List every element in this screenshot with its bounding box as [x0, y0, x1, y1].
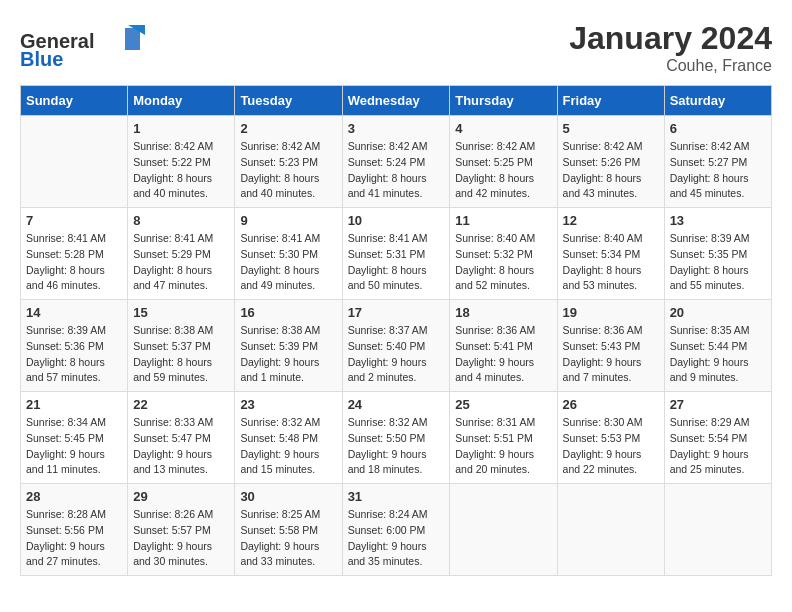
calendar-cell: 14Sunrise: 8:39 AMSunset: 5:36 PMDayligh… — [21, 300, 128, 392]
calendar-cell: 2Sunrise: 8:42 AMSunset: 5:23 PMDaylight… — [235, 116, 342, 208]
day-number: 28 — [26, 489, 122, 504]
calendar-cell: 29Sunrise: 8:26 AMSunset: 5:57 PMDayligh… — [128, 484, 235, 576]
day-info: Sunrise: 8:36 AMSunset: 5:43 PMDaylight:… — [563, 323, 659, 386]
day-info: Sunrise: 8:30 AMSunset: 5:53 PMDaylight:… — [563, 415, 659, 478]
day-of-week-header: Friday — [557, 86, 664, 116]
day-info: Sunrise: 8:31 AMSunset: 5:51 PMDaylight:… — [455, 415, 551, 478]
day-info: Sunrise: 8:28 AMSunset: 5:56 PMDaylight:… — [26, 507, 122, 570]
day-info: Sunrise: 8:42 AMSunset: 5:24 PMDaylight:… — [348, 139, 445, 202]
day-info: Sunrise: 8:26 AMSunset: 5:57 PMDaylight:… — [133, 507, 229, 570]
calendar-cell: 6Sunrise: 8:42 AMSunset: 5:27 PMDaylight… — [664, 116, 771, 208]
calendar-cell: 20Sunrise: 8:35 AMSunset: 5:44 PMDayligh… — [664, 300, 771, 392]
calendar-cell — [21, 116, 128, 208]
calendar-week-row: 21Sunrise: 8:34 AMSunset: 5:45 PMDayligh… — [21, 392, 772, 484]
day-number: 27 — [670, 397, 766, 412]
day-info: Sunrise: 8:36 AMSunset: 5:41 PMDaylight:… — [455, 323, 551, 386]
day-of-week-header: Wednesday — [342, 86, 450, 116]
day-info: Sunrise: 8:29 AMSunset: 5:54 PMDaylight:… — [670, 415, 766, 478]
day-of-week-header: Monday — [128, 86, 235, 116]
calendar-cell: 17Sunrise: 8:37 AMSunset: 5:40 PMDayligh… — [342, 300, 450, 392]
location-label: Couhe, France — [569, 57, 772, 75]
calendar-week-row: 7Sunrise: 8:41 AMSunset: 5:28 PMDaylight… — [21, 208, 772, 300]
svg-text:Blue: Blue — [20, 48, 63, 70]
logo-text: General Blue — [20, 20, 150, 74]
calendar-cell: 21Sunrise: 8:34 AMSunset: 5:45 PMDayligh… — [21, 392, 128, 484]
day-number: 23 — [240, 397, 336, 412]
day-number: 20 — [670, 305, 766, 320]
day-number: 4 — [455, 121, 551, 136]
day-info: Sunrise: 8:42 AMSunset: 5:23 PMDaylight:… — [240, 139, 336, 202]
days-header-row: SundayMondayTuesdayWednesdayThursdayFrid… — [21, 86, 772, 116]
day-number: 29 — [133, 489, 229, 504]
calendar-cell: 10Sunrise: 8:41 AMSunset: 5:31 PMDayligh… — [342, 208, 450, 300]
calendar-cell: 23Sunrise: 8:32 AMSunset: 5:48 PMDayligh… — [235, 392, 342, 484]
calendar-cell: 7Sunrise: 8:41 AMSunset: 5:28 PMDaylight… — [21, 208, 128, 300]
day-number: 21 — [26, 397, 122, 412]
day-number: 14 — [26, 305, 122, 320]
calendar-body: 1Sunrise: 8:42 AMSunset: 5:22 PMDaylight… — [21, 116, 772, 576]
calendar-cell: 22Sunrise: 8:33 AMSunset: 5:47 PMDayligh… — [128, 392, 235, 484]
day-info: Sunrise: 8:32 AMSunset: 5:50 PMDaylight:… — [348, 415, 445, 478]
calendar-cell: 15Sunrise: 8:38 AMSunset: 5:37 PMDayligh… — [128, 300, 235, 392]
day-number: 31 — [348, 489, 445, 504]
day-number: 10 — [348, 213, 445, 228]
calendar-cell: 12Sunrise: 8:40 AMSunset: 5:34 PMDayligh… — [557, 208, 664, 300]
day-number: 15 — [133, 305, 229, 320]
day-number: 2 — [240, 121, 336, 136]
logo: General Blue — [20, 20, 150, 74]
day-info: Sunrise: 8:33 AMSunset: 5:47 PMDaylight:… — [133, 415, 229, 478]
day-info: Sunrise: 8:38 AMSunset: 5:39 PMDaylight:… — [240, 323, 336, 386]
calendar-cell — [664, 484, 771, 576]
calendar-cell: 31Sunrise: 8:24 AMSunset: 6:00 PMDayligh… — [342, 484, 450, 576]
day-of-week-header: Sunday — [21, 86, 128, 116]
calendar-cell: 4Sunrise: 8:42 AMSunset: 5:25 PMDaylight… — [450, 116, 557, 208]
calendar-cell: 8Sunrise: 8:41 AMSunset: 5:29 PMDaylight… — [128, 208, 235, 300]
calendar-cell: 1Sunrise: 8:42 AMSunset: 5:22 PMDaylight… — [128, 116, 235, 208]
calendar-cell: 28Sunrise: 8:28 AMSunset: 5:56 PMDayligh… — [21, 484, 128, 576]
day-number: 7 — [26, 213, 122, 228]
day-info: Sunrise: 8:41 AMSunset: 5:30 PMDaylight:… — [240, 231, 336, 294]
day-number: 5 — [563, 121, 659, 136]
svg-marker-2 — [125, 28, 140, 50]
calendar-cell: 5Sunrise: 8:42 AMSunset: 5:26 PMDaylight… — [557, 116, 664, 208]
day-info: Sunrise: 8:32 AMSunset: 5:48 PMDaylight:… — [240, 415, 336, 478]
month-year-title: January 2024 — [569, 20, 772, 57]
day-info: Sunrise: 8:42 AMSunset: 5:26 PMDaylight:… — [563, 139, 659, 202]
title-block: January 2024 Couhe, France — [569, 20, 772, 75]
day-info: Sunrise: 8:39 AMSunset: 5:35 PMDaylight:… — [670, 231, 766, 294]
day-info: Sunrise: 8:24 AMSunset: 6:00 PMDaylight:… — [348, 507, 445, 570]
calendar-cell: 19Sunrise: 8:36 AMSunset: 5:43 PMDayligh… — [557, 300, 664, 392]
day-number: 12 — [563, 213, 659, 228]
calendar-cell: 9Sunrise: 8:41 AMSunset: 5:30 PMDaylight… — [235, 208, 342, 300]
day-info: Sunrise: 8:25 AMSunset: 5:58 PMDaylight:… — [240, 507, 336, 570]
day-info: Sunrise: 8:41 AMSunset: 5:28 PMDaylight:… — [26, 231, 122, 294]
day-info: Sunrise: 8:39 AMSunset: 5:36 PMDaylight:… — [26, 323, 122, 386]
day-info: Sunrise: 8:35 AMSunset: 5:44 PMDaylight:… — [670, 323, 766, 386]
day-info: Sunrise: 8:38 AMSunset: 5:37 PMDaylight:… — [133, 323, 229, 386]
day-info: Sunrise: 8:41 AMSunset: 5:31 PMDaylight:… — [348, 231, 445, 294]
day-info: Sunrise: 8:34 AMSunset: 5:45 PMDaylight:… — [26, 415, 122, 478]
day-number: 9 — [240, 213, 336, 228]
day-number: 6 — [670, 121, 766, 136]
calendar-cell: 25Sunrise: 8:31 AMSunset: 5:51 PMDayligh… — [450, 392, 557, 484]
day-info: Sunrise: 8:40 AMSunset: 5:34 PMDaylight:… — [563, 231, 659, 294]
calendar-table: SundayMondayTuesdayWednesdayThursdayFrid… — [20, 85, 772, 576]
day-number: 8 — [133, 213, 229, 228]
day-number: 16 — [240, 305, 336, 320]
day-of-week-header: Saturday — [664, 86, 771, 116]
calendar-week-row: 14Sunrise: 8:39 AMSunset: 5:36 PMDayligh… — [21, 300, 772, 392]
day-of-week-header: Thursday — [450, 86, 557, 116]
day-number: 25 — [455, 397, 551, 412]
day-info: Sunrise: 8:37 AMSunset: 5:40 PMDaylight:… — [348, 323, 445, 386]
calendar-cell — [450, 484, 557, 576]
day-info: Sunrise: 8:42 AMSunset: 5:27 PMDaylight:… — [670, 139, 766, 202]
day-number: 26 — [563, 397, 659, 412]
day-info: Sunrise: 8:41 AMSunset: 5:29 PMDaylight:… — [133, 231, 229, 294]
day-number: 11 — [455, 213, 551, 228]
day-number: 22 — [133, 397, 229, 412]
day-number: 24 — [348, 397, 445, 412]
calendar-cell: 30Sunrise: 8:25 AMSunset: 5:58 PMDayligh… — [235, 484, 342, 576]
calendar-week-row: 1Sunrise: 8:42 AMSunset: 5:22 PMDaylight… — [21, 116, 772, 208]
day-info: Sunrise: 8:42 AMSunset: 5:22 PMDaylight:… — [133, 139, 229, 202]
day-number: 13 — [670, 213, 766, 228]
